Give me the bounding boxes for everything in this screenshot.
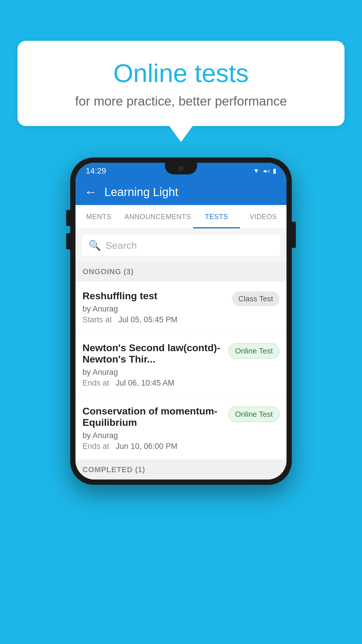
- tab-videos[interactable]: VIDEOS: [240, 205, 287, 228]
- phone-screen: 14:29 ▼ ◂◃ ▮ ← Learning Light MENTS: [75, 163, 287, 480]
- test-time: Ends at Jun 10, 06:00 PM: [82, 442, 222, 451]
- volume-up-button: [66, 210, 70, 226]
- test-item[interactable]: Newton's Second law(contd)-Newton's Thir…: [75, 333, 287, 397]
- status-icons: ▼ ◂◃ ▮: [253, 167, 276, 175]
- completed-label: COMPLETED (1): [82, 465, 145, 474]
- test-badge-online: Online Test: [228, 407, 280, 422]
- test-info: Conservation of momentum-Equilibrium by …: [82, 405, 228, 451]
- test-time-value: Jul 05, 05:45 PM: [118, 315, 178, 324]
- tab-announcements[interactable]: ANNOUNCEMENTS: [122, 205, 193, 228]
- app-bar: ← Learning Light: [75, 179, 287, 205]
- test-info: Reshuffling test by Anurag Starts at Jul…: [82, 290, 232, 324]
- search-container: 🔍 Search: [75, 229, 287, 262]
- completed-section-header: COMPLETED (1): [75, 460, 287, 480]
- test-author: by Anurag: [82, 304, 226, 314]
- test-list: Reshuffling test by Anurag Starts at Jul…: [75, 281, 287, 460]
- test-item[interactable]: Conservation of momentum-Equilibrium by …: [75, 397, 287, 460]
- test-name: Newton's Second law(contd)-Newton's Thir…: [82, 342, 222, 365]
- status-time: 14:29: [86, 166, 106, 176]
- test-name: Conservation of momentum-Equilibrium: [82, 405, 222, 428]
- test-badge-class: Class Test: [232, 291, 280, 306]
- notch: [165, 163, 197, 174]
- search-placeholder: Search: [106, 240, 137, 251]
- test-author: by Anurag: [82, 431, 222, 440]
- speech-bubble-title: Online tests: [41, 58, 321, 88]
- test-item[interactable]: Reshuffling test by Anurag Starts at Jul…: [75, 281, 287, 333]
- status-bar: 14:29 ▼ ◂◃ ▮: [75, 163, 287, 179]
- back-button[interactable]: ←: [84, 185, 97, 199]
- test-info: Newton's Second law(contd)-Newton's Thir…: [82, 342, 228, 388]
- tab-tests[interactable]: TESTS: [193, 205, 240, 228]
- speech-bubble-arrow: [169, 126, 193, 142]
- test-time-label: Starts at: [82, 315, 112, 324]
- signal-icon: ◂◃: [263, 167, 269, 175]
- test-time: Ends at Jul 06, 10:45 AM: [82, 379, 222, 388]
- wifi-icon: ▼: [253, 167, 259, 175]
- phone-outer: 14:29 ▼ ◂◃ ▮ ← Learning Light MENTS: [70, 158, 292, 485]
- test-badge-online: Online Test: [228, 343, 280, 359]
- speech-bubble-container: Online tests for more practice, better p…: [17, 41, 345, 142]
- test-time-value: Jul 06, 10:45 AM: [116, 379, 174, 387]
- battery-icon: ▮: [273, 167, 276, 175]
- test-time-label: Ends at: [82, 379, 109, 387]
- volume-down-button: [66, 233, 70, 249]
- test-time-value: Jun 10, 06:00 PM: [116, 442, 178, 451]
- power-button: [292, 222, 296, 248]
- search-box[interactable]: 🔍 Search: [81, 234, 281, 257]
- app-bar-title: Learning Light: [104, 186, 178, 199]
- test-name: Reshuffling test: [82, 290, 226, 302]
- test-time: Starts at Jul 05, 05:45 PM: [82, 315, 226, 324]
- speech-bubble: Online tests for more practice, better p…: [17, 41, 345, 126]
- test-time-label: Ends at: [82, 442, 109, 451]
- speech-bubble-subtitle: for more practice, better performance: [41, 94, 321, 108]
- ongoing-section-header: ONGOING (3): [75, 262, 287, 281]
- search-icon: 🔍: [89, 239, 101, 251]
- tab-ments[interactable]: MENTS: [75, 205, 122, 228]
- phone-container: 14:29 ▼ ◂◃ ▮ ← Learning Light MENTS: [70, 158, 292, 485]
- tabs-bar: MENTS ANNOUNCEMENTS TESTS VIDEOS: [75, 205, 287, 229]
- camera-icon: [179, 166, 183, 171]
- ongoing-label: ONGOING (3): [82, 267, 134, 276]
- test-author: by Anurag: [82, 368, 222, 377]
